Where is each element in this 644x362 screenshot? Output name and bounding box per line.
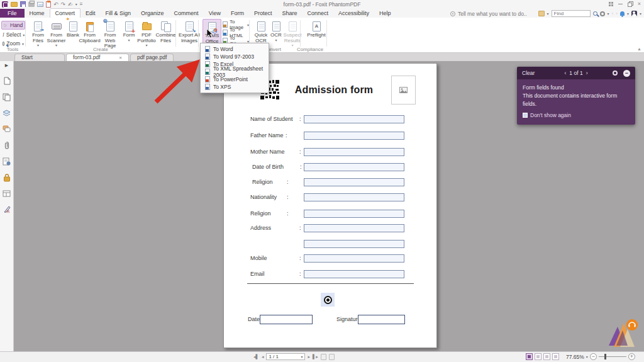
tab-fill-sign[interactable]: Fill & Sign bbox=[101, 9, 136, 18]
select-tool-button[interactable]: I Select▾ bbox=[1, 31, 25, 38]
menu-item-to-word[interactable]: To Word bbox=[201, 45, 269, 53]
search-icon[interactable] bbox=[593, 11, 597, 16]
security-policy-icon[interactable] bbox=[3, 157, 11, 166]
date-field[interactable] bbox=[260, 315, 313, 324]
ocr-button[interactable]: OCR▾ bbox=[269, 19, 283, 42]
address2-field[interactable] bbox=[304, 240, 404, 248]
facing-view-icon[interactable] bbox=[535, 353, 541, 360]
page-number-box[interactable]: 1 / 1▾ bbox=[266, 353, 305, 360]
notification-bell-icon[interactable] bbox=[620, 11, 625, 16]
next-view-icon[interactable] bbox=[329, 354, 335, 360]
menu-item-to-xps[interactable]: To XPS bbox=[201, 83, 269, 91]
search-highlight-caret[interactable]: ▾ bbox=[547, 11, 549, 16]
from-web-page-button[interactable]: ⊕ From Web Page bbox=[99, 19, 121, 49]
redo-icon[interactable]: ↷ bbox=[61, 1, 66, 8]
close-icon[interactable]: × bbox=[636, 1, 642, 7]
nationality-field[interactable] bbox=[304, 193, 404, 201]
from-scanner-button[interactable]: From Scanner▾ bbox=[47, 19, 65, 48]
attachments-icon[interactable] bbox=[3, 141, 10, 149]
bell-caret[interactable]: ▾ bbox=[627, 11, 629, 16]
tab-view[interactable]: View bbox=[204, 9, 226, 18]
preflight-button[interactable]: A Preflight bbox=[307, 19, 326, 38]
bookmarks-icon[interactable] bbox=[3, 77, 11, 85]
from-clipboard-button[interactable]: From Clipboard bbox=[80, 19, 99, 43]
tab-accessibility[interactable]: Accessibility bbox=[333, 9, 374, 18]
pager-prev-icon[interactable]: ‹ bbox=[565, 70, 567, 76]
next-result-icon[interactable]: › bbox=[616, 11, 618, 16]
digital-signature-icon[interactable]: R bbox=[3, 205, 11, 213]
continuous-facing-view-icon[interactable] bbox=[552, 353, 559, 360]
date-of-birth-field[interactable] bbox=[304, 163, 404, 171]
open-file-icon[interactable] bbox=[11, 2, 18, 7]
combine-files-button[interactable]: Combine Files bbox=[157, 19, 175, 43]
user-caret[interactable]: ▾ bbox=[640, 11, 641, 16]
signature-field[interactable] bbox=[358, 315, 405, 324]
mobile-field[interactable] bbox=[304, 254, 404, 263]
customize-quick-access-icon[interactable]: ≡ bbox=[80, 1, 83, 7]
pages-icon[interactable] bbox=[3, 93, 11, 101]
minimize-icon[interactable] bbox=[618, 1, 623, 7]
notification-minimize-icon[interactable]: − bbox=[623, 70, 630, 77]
close-tab-icon[interactable]: × bbox=[119, 55, 122, 60]
pdf-portfolio-button[interactable]: PDF Portfolio▾ bbox=[136, 19, 157, 48]
tab-home[interactable]: Home bbox=[25, 9, 50, 18]
radio-button-field[interactable] bbox=[321, 293, 335, 307]
zoom-caret[interactable]: ▾ bbox=[586, 354, 588, 359]
user-account-icon[interactable] bbox=[631, 11, 637, 16]
menu-item-to-word-97-2003[interactable]: To Word 97-2003 bbox=[201, 53, 269, 60]
tab-convert[interactable]: Convert bbox=[50, 8, 81, 18]
menu-item-to-xml-spreadsheet[interactable]: To XML Spreadsheet 2003 bbox=[201, 68, 269, 76]
tab-help[interactable]: Help bbox=[374, 9, 396, 18]
doc-tab-form-03[interactable]: form-03.pdf × bbox=[66, 54, 129, 61]
tab-file[interactable]: File bbox=[0, 9, 25, 18]
zoom-slider[interactable] bbox=[599, 356, 626, 357]
previous-view-icon[interactable] bbox=[321, 354, 326, 360]
zoom-in-icon[interactable]: + bbox=[628, 353, 635, 360]
snap-layout-icon[interactable] bbox=[608, 1, 614, 7]
doc-tab-start[interactable]: Start bbox=[14, 54, 65, 61]
gear-caret[interactable]: ▾ bbox=[608, 11, 609, 16]
collapse-ribbon-icon[interactable]: ▲ bbox=[637, 47, 641, 51]
tab-organize[interactable]: Organize bbox=[136, 9, 169, 18]
foxit-assistant-mascot[interactable] bbox=[605, 318, 639, 351]
tab-connect[interactable]: Connect bbox=[303, 9, 334, 18]
next-page-icon[interactable]: ▸ bbox=[308, 354, 310, 359]
religion2-field[interactable] bbox=[304, 210, 404, 218]
first-page-icon[interactable]: ◂▌ bbox=[253, 354, 259, 359]
single-page-view-icon[interactable] bbox=[526, 353, 533, 360]
father-name-field[interactable] bbox=[304, 132, 404, 140]
religion-field[interactable] bbox=[304, 178, 404, 186]
tab-share[interactable]: Share bbox=[277, 9, 303, 18]
zoom-out-icon[interactable]: − bbox=[590, 353, 597, 360]
zoom-slider-handle[interactable] bbox=[604, 354, 606, 359]
print-icon[interactable] bbox=[28, 2, 35, 7]
zoom-level[interactable]: 77.65% bbox=[566, 354, 584, 360]
export-all-images-button[interactable]: ↘ Export All Images bbox=[179, 19, 200, 43]
tab-edit[interactable]: Edit bbox=[80, 9, 101, 18]
continuous-view-icon[interactable] bbox=[543, 353, 550, 360]
ink-sign-dropdown-caret[interactable]: ▾ bbox=[75, 2, 77, 6]
expand-panel-icon[interactable]: ▶ bbox=[5, 63, 8, 68]
find-input[interactable] bbox=[552, 10, 591, 17]
pager-next-icon[interactable]: › bbox=[586, 70, 588, 76]
checkbox-icon[interactable] bbox=[523, 113, 528, 118]
form-fields-icon[interactable] bbox=[3, 190, 11, 197]
notification-settings-icon[interactable] bbox=[613, 71, 618, 76]
prev-result-icon[interactable]: ‹ bbox=[612, 11, 614, 16]
address-field[interactable] bbox=[304, 224, 404, 232]
email-field[interactable] bbox=[304, 270, 404, 278]
search-highlight-icon[interactable] bbox=[538, 11, 545, 16]
tab-protect[interactable]: Protect bbox=[249, 9, 277, 18]
from-files-button[interactable]: → From Files▾ bbox=[29, 19, 47, 48]
save-icon[interactable] bbox=[20, 1, 26, 7]
prev-page-icon[interactable]: ◂ bbox=[262, 354, 264, 359]
hand-tool-button[interactable]: ☞ Hand bbox=[1, 21, 25, 30]
name-of-student-field[interactable] bbox=[304, 115, 404, 123]
ink-sign-icon[interactable]: ✍︎ bbox=[68, 1, 73, 8]
paste-icon[interactable] bbox=[46, 1, 51, 8]
form-button[interactable]: + Form▾ bbox=[121, 19, 136, 42]
lock-icon[interactable] bbox=[3, 174, 11, 182]
dont-show-again-option[interactable]: Don't show again bbox=[523, 111, 630, 120]
last-page-icon[interactable]: ▌▸ bbox=[313, 354, 318, 359]
mother-name-field[interactable] bbox=[304, 148, 404, 156]
